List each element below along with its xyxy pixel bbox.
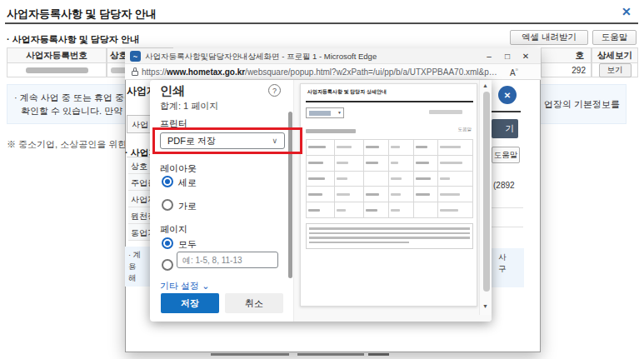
screen: 사업자등록사항 및 담당자 안내 ✕ · 사업자등록사항 및 담당자 안내 엑셀… <box>0 0 644 359</box>
landscape-radio[interactable] <box>162 199 173 211</box>
url-host: www.hometax.go.kr <box>167 67 245 77</box>
preview-scrollbar[interactable]: ▲ ▼ <box>479 80 492 315</box>
url-scheme: https:// <box>142 67 167 77</box>
lock-icon-body <box>132 71 138 76</box>
read-aloud-icon[interactable]: A⁾⁾ <box>510 67 518 77</box>
preview-button-bar <box>429 110 462 114</box>
col-header-number-fragment: 호 <box>541 47 592 63</box>
background-button-fragment <box>297 353 364 356</box>
url-path: /websquare/popup.html?w2xPath=/ui/pp/b/a… <box>245 67 502 77</box>
popup-title-underline <box>492 111 521 112</box>
popup-print-button-fragment[interactable]: 기 <box>492 119 518 138</box>
page-title: 사업자등록사항 및 담당자 안내 <box>7 7 157 22</box>
annotation-highlight <box>152 127 302 154</box>
notice-frag: 용 <box>128 262 137 272</box>
print-dialog: 인쇄 ? 합계: 1 페이지 프린터 PDF로 저장 ∨ 레이아웃 세로 가로 … <box>150 80 492 322</box>
popup-notice-right-fragment: 사 구 <box>492 248 524 287</box>
row-label: 주업종 <box>128 174 150 191</box>
preview-title-rule <box>306 101 473 102</box>
notice-right-fragment: 업장의 기본정보를 <box>544 98 620 111</box>
popup-page-left-fragment: 사업자 사업 · 사업자 상호 주업종 사업자 원천징 동업기 · 계 용 해 <box>125 80 150 352</box>
window-title: 사업자등록사항및담당자안내상세화면 - 프로필 1 - Microsoft Ed… <box>145 52 377 62</box>
layout-label: 레이아웃 <box>160 162 197 175</box>
print-help-icon[interactable]: ? <box>268 84 281 97</box>
col-header-biznum: 사업자등록번호 <box>7 47 107 63</box>
help-button[interactable]: 도움말 <box>592 30 637 45</box>
notice-frag: 사 <box>498 252 507 263</box>
popup-table-fragment: 상호 주업종 사업자 원천징 동업기 <box>127 157 150 241</box>
popup-notice-fragment: · 계 용 해 <box>125 247 150 287</box>
url-text[interactable]: https://www.hometax.go.kr/websquare/popu… <box>142 67 502 77</box>
maximize-button[interactable]: □ <box>500 50 515 62</box>
view-button[interactable]: 보기 <box>599 63 632 77</box>
scrollbar-thumb[interactable] <box>483 92 490 292</box>
landscape-label: 가로 <box>178 200 197 212</box>
row-label: 원천징 <box>128 207 150 224</box>
notice-frag: 구 <box>498 264 507 275</box>
preview-table <box>306 139 473 218</box>
row-label: 사업자 <box>128 191 150 207</box>
preview-doc-title: 사업자등록사항 및 담당자 상세안내 <box>307 88 387 96</box>
popup-help-button-fragment[interactable]: 도움말 <box>492 147 520 163</box>
section-title: · 사업자등록사항 및 담당자 안내 <box>7 33 139 46</box>
hometax-favicon-icon: ~ <box>130 51 141 62</box>
row-label: 동업기 <box>128 224 150 241</box>
page-total: 합계: 1 페이지 <box>160 100 218 112</box>
col-header-detail: 상세보기 <box>592 47 638 63</box>
popup-table-line <box>492 227 523 227</box>
redacted-value <box>26 67 88 73</box>
preview-sheet: 사업자등록사항 및 담당자 상세안내 ▼ 도움말 <box>300 83 477 307</box>
page-range-input[interactable] <box>177 252 278 268</box>
portrait-label: 세로 <box>178 177 197 189</box>
more-settings-link[interactable]: 기타 설정 ⌄ <box>160 280 209 292</box>
pages-label: 페이지 <box>160 223 187 236</box>
modal-close-icon[interactable]: ✕ <box>622 5 632 18</box>
popup-number-fragment: (2892 <box>493 181 515 190</box>
page-range-radio[interactable] <box>162 259 173 271</box>
preview-dropdown: ▼ <box>306 107 344 118</box>
close-button[interactable]: ✕ <box>518 50 533 62</box>
table-row-cell-detail: 보기 <box>592 63 638 77</box>
background-button-fragment <box>368 353 389 356</box>
print-dialog-title: 인쇄 <box>160 83 185 99</box>
popup-page-right-fragment: ✕ 기 도움말 (2892 사 구 <box>492 80 541 352</box>
preview-section-bar <box>306 129 356 133</box>
cancel-button[interactable]: 취소 <box>225 293 283 313</box>
portrait-radio[interactable] <box>162 176 173 187</box>
all-pages-radio[interactable] <box>162 237 173 249</box>
table-row-cell-number: 292 <box>541 63 592 77</box>
scroll-up-icon[interactable]: ▲ <box>482 82 488 88</box>
all-pages-label: 모두 <box>178 238 197 251</box>
title-divider <box>5 22 638 24</box>
dialog-divider <box>293 80 294 322</box>
save-button[interactable]: 저장 <box>161 293 219 313</box>
preview-help-label: 도움말 <box>458 127 472 132</box>
excel-download-button[interactable]: 엑셀 내려받기 <box>510 30 588 45</box>
notice-frag: · 계 <box>128 250 141 261</box>
preview-notice <box>306 223 473 249</box>
popup-table-line <box>492 207 523 208</box>
row-label: 상호 <box>128 157 150 174</box>
popup-close-icon[interactable]: ✕ <box>498 86 517 104</box>
notice-frag: 해 <box>128 273 137 284</box>
caret-down-icon: ⌄ <box>202 281 209 291</box>
table-row-cell-biznum <box>7 63 107 77</box>
popup-title-fragment: 사업자 <box>127 84 150 98</box>
background-button-fragment <box>211 353 289 356</box>
minimize-button[interactable]: – <box>482 50 497 62</box>
scroll-down-icon[interactable]: ▼ <box>482 303 488 309</box>
popup-tab-fragment[interactable]: 사업 <box>127 115 150 133</box>
